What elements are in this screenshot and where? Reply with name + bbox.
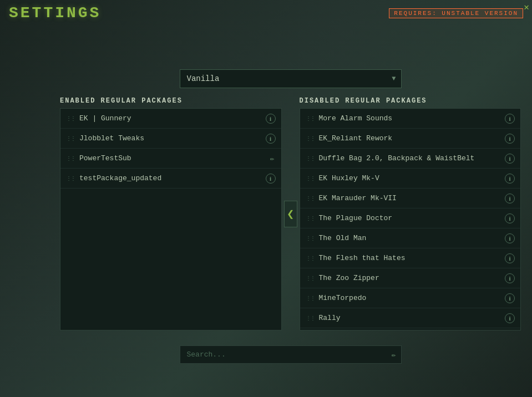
package-name: PowerTestSub — [79, 154, 270, 162]
list-item[interactable]: ⋮⋮ Duffle Bag 2.0, Backpack & WaistBelt … — [300, 149, 521, 169]
close-button[interactable]: ✕ — [521, 2, 532, 13]
package-name: The Plague Doctor — [319, 214, 505, 222]
info-button[interactable]: i — [266, 134, 276, 144]
transfer-arrow: ❮ — [282, 201, 300, 227]
list-item[interactable]: ⋮⋮ The Old Man i — [300, 228, 521, 248]
drag-handle-icon: ⋮⋮ — [306, 235, 315, 242]
drag-handle-icon: ⋮⋮ — [306, 195, 315, 202]
edit-icon[interactable]: ✏ — [270, 154, 275, 163]
search-input[interactable] — [180, 345, 402, 364]
page-title: SETTINGS — [9, 4, 101, 22]
list-item[interactable]: ⋮⋮ EK Carlos Mk-II i — [300, 328, 521, 330]
drag-handle-icon: ⋮⋮ — [306, 155, 315, 162]
package-name: Duffle Bag 2.0, Backpack & WaistBelt — [319, 154, 505, 162]
disabled-packages-header: DISABLED REGULAR PACKAGES — [300, 97, 521, 105]
drag-handle-icon: ⋮⋮ — [306, 255, 315, 262]
list-item[interactable]: ⋮⋮ EK | Gunnery i — [60, 109, 281, 129]
disabled-packages-list: ⋮⋮ More Alarm Sounds i ⋮⋮ EK_Reliant Rew… — [300, 108, 521, 330]
package-name: Jlobblet Tweaks — [79, 134, 266, 142]
drag-handle-icon: ⋮⋮ — [306, 315, 315, 322]
drag-handle-icon: ⋮⋮ — [66, 135, 75, 142]
info-button[interactable]: i — [505, 313, 515, 323]
packages-section: ENABLED REGULAR PACKAGES ⋮⋮ EK | Gunnery… — [60, 97, 521, 330]
list-item[interactable]: ⋮⋮ Rally i — [300, 308, 521, 328]
info-button[interactable]: i — [505, 233, 515, 243]
info-button[interactable]: i — [505, 134, 515, 144]
info-button[interactable]: i — [505, 154, 515, 164]
drag-handle-icon: ⋮⋮ — [66, 155, 75, 162]
move-left-button[interactable]: ❮ — [284, 201, 297, 227]
package-name: testPackage_updated — [79, 174, 266, 182]
list-item[interactable]: ⋮⋮ EK_Reliant Rework i — [300, 129, 521, 149]
list-item[interactable]: ⋮⋮ Jlobblet Tweaks i — [60, 129, 281, 149]
search-wrapper: ✏ — [180, 345, 402, 364]
list-item[interactable]: ⋮⋮ The Plague Doctor i — [300, 208, 521, 228]
core-package-select-wrapper: Vanilla Custom ▼ — [180, 69, 402, 88]
package-name: EK Marauder Mk-VII — [319, 194, 505, 202]
list-item[interactable]: ⋮⋮ testPackage_updated i — [60, 169, 281, 189]
info-button[interactable]: i — [505, 174, 515, 184]
list-item[interactable]: ⋮⋮ EK Huxley Mk-V i — [300, 169, 521, 189]
drag-handle-icon: ⋮⋮ — [306, 215, 315, 222]
package-name: EK | Gunnery — [79, 114, 266, 123]
package-name: The Old Man — [319, 234, 505, 242]
list-item[interactable]: ⋮⋮ More Alarm Sounds i — [300, 109, 521, 129]
package-name: Rally — [319, 314, 505, 322]
drag-handle-icon: ⋮⋮ — [306, 295, 315, 302]
core-package-select[interactable]: Vanilla Custom — [180, 69, 402, 88]
enabled-packages-column: ENABLED REGULAR PACKAGES ⋮⋮ EK | Gunnery… — [60, 97, 282, 330]
drag-handle-icon: ⋮⋮ — [306, 275, 315, 282]
list-item[interactable]: ⋮⋮ EK Marauder Mk-VII i — [300, 189, 521, 208]
drag-handle-icon: ⋮⋮ — [66, 175, 75, 182]
list-item[interactable]: ⋮⋮ MineTorpedo i — [300, 288, 521, 308]
disabled-packages-column: DISABLED REGULAR PACKAGES ⋮⋮ More Alarm … — [300, 97, 521, 330]
info-button[interactable]: i — [505, 293, 515, 303]
list-item[interactable]: ⋮⋮ The Flesh that Hates i — [300, 248, 521, 268]
list-item[interactable]: ⋮⋮ PowerTestSub ✏ — [60, 149, 281, 169]
package-name: EK Huxley Mk-V — [319, 174, 505, 182]
package-name: The Zoo Zipper — [319, 274, 505, 282]
info-button[interactable]: i — [505, 114, 515, 124]
package-name: The Flesh that Hates — [319, 254, 505, 262]
enabled-packages-header: ENABLED REGULAR PACKAGES — [60, 97, 282, 105]
package-name: MineTorpedo — [319, 294, 505, 302]
enabled-packages-list: ⋮⋮ EK | Gunnery i ⋮⋮ Jlobblet Tweaks i ⋮… — [60, 108, 282, 330]
list-item[interactable]: ⋮⋮ The Zoo Zipper i — [300, 268, 521, 288]
main-window: SETTINGS Requires: UNSTABLE version ✕ 👁 … — [0, 0, 532, 397]
version-badge: Requires: UNSTABLE version — [389, 8, 523, 18]
info-button[interactable]: i — [266, 114, 276, 124]
info-button[interactable]: i — [505, 253, 515, 263]
drag-handle-icon: ⋮⋮ — [306, 175, 315, 182]
package-name: EK_Reliant Rework — [319, 134, 505, 142]
info-button[interactable]: i — [505, 213, 515, 223]
info-button[interactable]: i — [266, 174, 276, 184]
info-button[interactable]: i — [505, 194, 515, 203]
info-button[interactable]: i — [505, 273, 515, 283]
package-name: More Alarm Sounds — [319, 114, 505, 123]
drag-handle-icon: ⋮⋮ — [306, 135, 315, 142]
drag-handle-icon: ⋮⋮ — [66, 115, 75, 122]
drag-handle-icon: ⋮⋮ — [306, 115, 315, 122]
title-bar: SETTINGS Requires: UNSTABLE version ✕ — [0, 0, 532, 24]
